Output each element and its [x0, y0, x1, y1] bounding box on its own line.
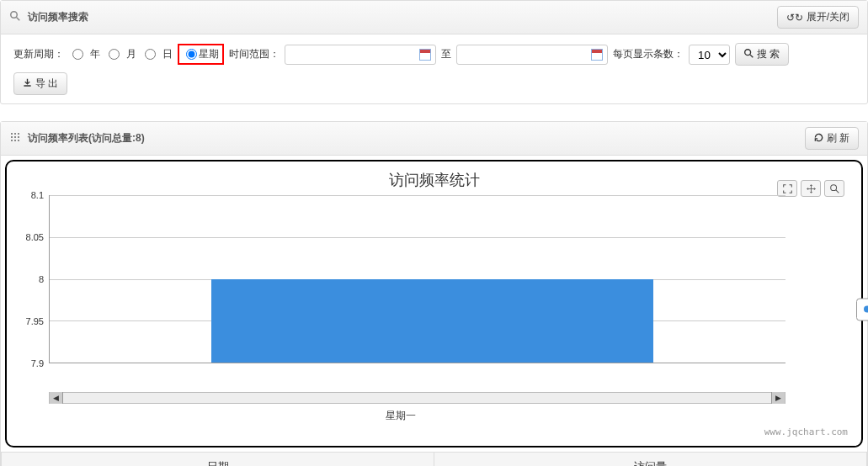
cycle-label: 更新周期： [13, 47, 64, 61]
date-to-wrap [456, 45, 608, 65]
retweet-icon: ↺↻ [786, 12, 803, 24]
svg-line-5 [835, 189, 838, 192]
svg-point-4 [830, 184, 836, 190]
refresh-button[interactable]: 刷 新 [805, 127, 859, 150]
grid-line [50, 237, 785, 238]
svg-line-3 [750, 54, 753, 56]
search-panel: 访问频率搜索 ↺↻ 展开/关闭 更新周期： 年 月 日 星期 时间范围： 至 [0, 0, 868, 104]
scroll-left-button[interactable]: ◀ [50, 392, 63, 404]
chart-scrollbar[interactable]: ◀ ▶ [49, 392, 785, 404]
chart-title: 访问频率统计 [15, 170, 853, 190]
search-icon [744, 49, 754, 61]
date-from-wrap [285, 45, 436, 65]
export-button-label: 导 出 [35, 77, 58, 91]
svg-line-1 [17, 18, 20, 21]
radio-day[interactable] [145, 49, 156, 60]
calendar-icon[interactable] [419, 49, 431, 61]
chart-wrap: 8.1 8.05 8 7.95 7.9 [15, 195, 853, 423]
per-page-select[interactable]: 10 [689, 45, 730, 65]
chart-toolbar [777, 180, 844, 197]
radio-week[interactable] [186, 49, 197, 60]
chart-watermark: www.jqchart.com [15, 426, 853, 437]
list-panel-title: 访问频率列表(访问总量:8) [28, 131, 805, 146]
radio-year-label: 年 [90, 47, 100, 61]
table-header-row: 日期 访问量 [2, 453, 867, 467]
search-icon [9, 11, 21, 24]
date-from-input[interactable] [285, 45, 436, 65]
radio-month-label: 月 [126, 47, 136, 61]
plot-area [49, 195, 785, 363]
search-button-label: 搜 索 [757, 47, 780, 61]
search-panel-title: 访问频率搜索 [28, 10, 777, 24]
grip-icon [9, 132, 21, 145]
export-button[interactable]: 导 出 [13, 72, 67, 95]
zoom-button[interactable] [824, 180, 844, 197]
download-icon [23, 78, 32, 90]
bar-week1 [211, 279, 652, 363]
chart-legend[interactable]: 访问量 [856, 298, 868, 320]
calendar-icon[interactable] [591, 49, 603, 61]
legend-dot-icon [864, 306, 868, 313]
date-to-input[interactable] [456, 45, 608, 65]
search-button[interactable]: 搜 索 [735, 43, 789, 66]
radio-week-label: 星期 [199, 47, 219, 61]
svg-point-2 [745, 49, 751, 55]
grid-line [50, 195, 785, 196]
y-tick: 7.9 [31, 358, 44, 368]
x-axis-label: 星期一 [15, 409, 785, 423]
y-tick: 7.95 [26, 316, 44, 326]
export-row: 导 出 [13, 72, 855, 95]
to-label: 至 [441, 47, 451, 61]
chart-container: 访问频率统计 8.1 8.05 8 7.95 [5, 160, 863, 447]
radio-day-label: 日 [162, 47, 173, 61]
y-tick: 8.05 [26, 232, 44, 242]
y-tick: 8.1 [31, 190, 44, 200]
move-button[interactable] [801, 180, 821, 197]
search-panel-body: 更新周期： 年 月 日 星期 时间范围： 至 每页显示条数： 10 [1, 34, 867, 103]
table-header-visits: 访问量 [434, 453, 867, 467]
search-form-row: 更新周期： 年 月 日 星期 时间范围： 至 每页显示条数： 10 [13, 43, 855, 66]
refresh-button-label: 刷 新 [827, 131, 849, 146]
scroll-right-button[interactable]: ▶ [771, 392, 785, 404]
toggle-button-label: 展开/关闭 [807, 10, 849, 24]
refresh-icon [814, 133, 823, 145]
search-panel-header: 访问频率搜索 ↺↻ 展开/关闭 [1, 1, 867, 34]
table-header-date: 日期 [2, 453, 434, 467]
radio-month[interactable] [109, 49, 120, 60]
y-tick: 8 [39, 274, 44, 284]
fullscreen-button[interactable] [777, 180, 797, 197]
y-axis: 8.1 8.05 8 7.95 7.9 [15, 195, 49, 363]
chart-area: 8.1 8.05 8 7.95 7.9 [15, 195, 785, 389]
per-page-label: 每页显示条数： [613, 47, 684, 61]
data-table: 日期 访问量 星期一 8 [1, 452, 867, 466]
radio-year[interactable] [72, 49, 83, 60]
list-panel: 访问频率列表(访问总量:8) 刷 新 访问频率统计 [0, 121, 868, 466]
svg-point-0 [11, 12, 18, 19]
toggle-button[interactable]: ↺↻ 展开/关闭 [777, 6, 859, 29]
list-panel-body: 访问频率统计 8.1 8.05 8 7.95 [1, 160, 867, 466]
list-panel-header: 访问频率列表(访问总量:8) 刷 新 [1, 122, 867, 156]
time-range-label: 时间范围： [229, 47, 280, 61]
radio-week-highlight: 星期 [178, 44, 224, 65]
